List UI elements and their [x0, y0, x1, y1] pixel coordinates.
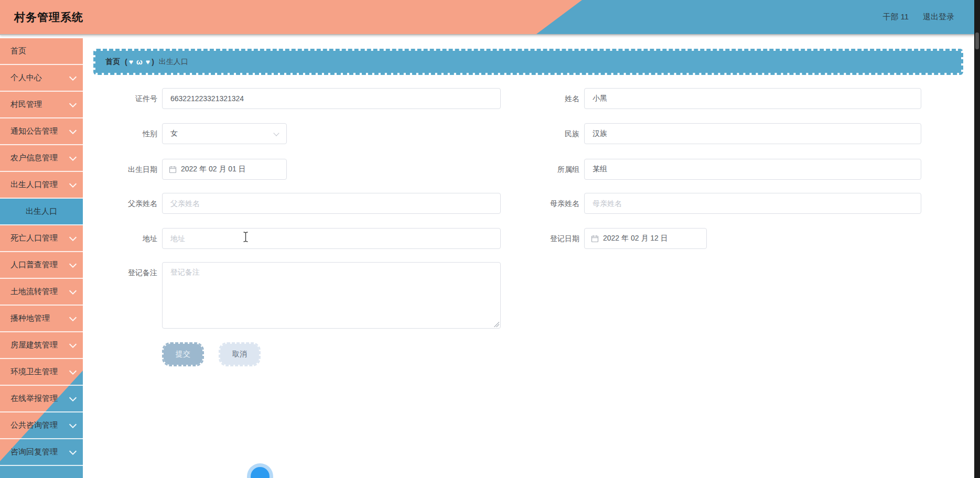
sidebar-item-personal-center[interactable]: 个人中心 — [0, 65, 83, 92]
gender-select[interactable]: 女 — [162, 123, 287, 144]
chevron-down-icon — [69, 153, 77, 160]
address-input[interactable] — [162, 228, 501, 249]
sidebar-item-sowing-land-management[interactable]: 播种地管理 — [0, 306, 83, 332]
chevron-down-icon — [69, 100, 77, 107]
gender-select-value: 女 — [170, 129, 178, 138]
sidebar-item-census-management[interactable]: 人口普查管理 — [0, 252, 83, 279]
register-note-label: 登记备注 — [83, 262, 157, 283]
sidebar-subitem-birth-population-active[interactable]: 出生人口 — [0, 199, 83, 225]
sidebar-item-farmer-info-management[interactable]: 农户信息管理 — [0, 145, 83, 172]
sidebar-item-environment-sanitation-management[interactable]: 环境卫生管理 — [0, 359, 83, 386]
main-content: 首页 (♥ω♥) 出生人口 证件号 姓名 性别 女 民族 出生日期 2022 年… — [83, 35, 974, 478]
header-user-area: 干部 11 退出登录 — [882, 0, 954, 34]
logout-link[interactable]: 退出登录 — [923, 12, 954, 22]
sidebar-item-land-transfer-management[interactable]: 土地流转管理 — [0, 279, 83, 306]
register-note-textarea[interactable] — [162, 262, 501, 329]
group-label: 所属组 — [511, 159, 579, 180]
sidebar-item-online-report-management[interactable]: 在线举报管理 — [0, 386, 83, 412]
calendar-icon — [591, 235, 599, 243]
register-date-value: 2022 年 02 月 12 日 — [603, 234, 668, 243]
current-user-label: 干部 11 — [882, 12, 909, 22]
name-label: 姓名 — [511, 88, 579, 109]
name-input[interactable] — [584, 88, 921, 109]
cancel-button[interactable]: 取消 — [219, 342, 261, 366]
breadcrumb: 首页 (♥ω♥) 出生人口 — [93, 49, 963, 75]
birth-date-label: 出生日期 — [83, 159, 157, 180]
chevron-down-icon — [69, 287, 77, 294]
id-number-label: 证件号 — [83, 88, 157, 109]
chevron-down-icon — [69, 126, 77, 134]
chevron-down-icon — [69, 233, 77, 241]
birth-date-value: 2022 年 02 月 01 日 — [181, 165, 246, 174]
top-header: 村务管理系统 干部 11 退出登录 — [0, 0, 980, 35]
register-date-label: 登记日期 — [511, 228, 579, 249]
app-title: 村务管理系统 — [14, 10, 83, 25]
sidebar-item-housing-management[interactable]: 房屋建筑管理 — [0, 332, 83, 359]
village-management-app: 村务管理系统 干部 11 退出登录 首页 个人中心 村民管理 — [0, 0, 980, 478]
father-name-label: 父亲姓名 — [83, 193, 157, 214]
chevron-down-icon — [69, 313, 77, 321]
back-to-top-button[interactable] — [251, 467, 270, 478]
father-name-input[interactable] — [162, 193, 501, 214]
chevron-down-icon — [69, 394, 77, 401]
register-date-picker[interactable]: 2022 年 02 月 12 日 — [584, 228, 707, 249]
sidebar-item-home[interactable]: 首页 — [0, 38, 83, 65]
heart-icon: ♥ — [127, 58, 135, 66]
chevron-down-icon — [69, 180, 77, 187]
address-label: 地址 — [83, 228, 157, 249]
sidebar-item-villager-management[interactable]: 村民管理 — [0, 92, 83, 118]
breadcrumb-kaomoji-separator: (♥ω♥) — [125, 58, 154, 66]
textarea-resize-handle[interactable] — [493, 321, 499, 327]
sidebar-item-death-population-management[interactable]: 死亡人口管理 — [0, 225, 83, 252]
chevron-down-icon — [273, 130, 279, 136]
mother-name-label: 母亲姓名 — [511, 193, 579, 214]
sidebar-item-notice-management[interactable]: 通知公告管理 — [0, 118, 83, 145]
chevron-down-icon — [69, 260, 77, 267]
sidebar: 首页 个人中心 村民管理 通知公告管理 农户信息管理 — [0, 35, 83, 478]
sidebar-item-consultation-reply-management[interactable]: 咨询回复管理 — [0, 439, 83, 466]
chevron-down-icon — [69, 420, 77, 428]
calendar-icon — [169, 166, 177, 173]
header-diagonal-decoration — [0, 0, 980, 34]
mother-name-input[interactable] — [584, 193, 921, 214]
submit-button[interactable]: 提交 — [162, 342, 204, 366]
vertical-scrollbar-thumb[interactable] — [975, 32, 979, 49]
gender-label: 性别 — [83, 123, 157, 144]
ethnicity-label: 民族 — [511, 123, 579, 144]
id-number-input[interactable] — [162, 88, 501, 109]
chevron-down-icon — [69, 340, 77, 347]
sidebar-item-birth-population-management[interactable]: 出生人口管理 — [0, 172, 83, 199]
breadcrumb-home-link[interactable]: 首页 — [105, 57, 120, 67]
chevron-down-icon — [69, 367, 77, 374]
sidebar-item-public-consultation-management[interactable]: 公共咨询管理 — [0, 412, 83, 439]
sidebar-menu: 首页 个人中心 村民管理 通知公告管理 农户信息管理 — [0, 38, 83, 478]
chevron-down-icon — [69, 73, 77, 80]
ethnicity-input[interactable] — [584, 123, 921, 144]
vertical-scrollbar-track[interactable] — [974, 0, 980, 478]
group-input[interactable] — [584, 159, 921, 180]
heart-icon: ♥ — [144, 58, 152, 66]
chevron-down-icon — [69, 447, 77, 454]
birth-date-picker[interactable]: 2022 年 02 月 01 日 — [162, 159, 287, 180]
breadcrumb-current-page: 出生人口 — [159, 57, 188, 67]
